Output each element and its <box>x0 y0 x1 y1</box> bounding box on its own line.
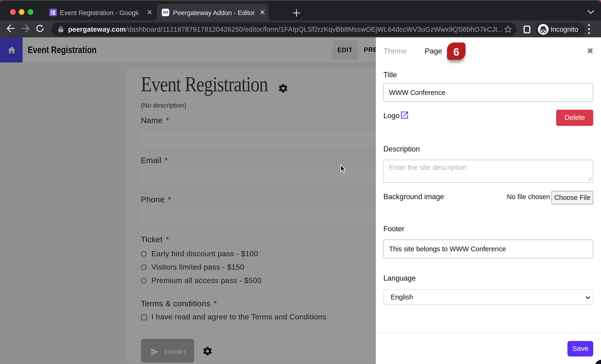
svg-text:∞: ∞ <box>163 9 168 16</box>
